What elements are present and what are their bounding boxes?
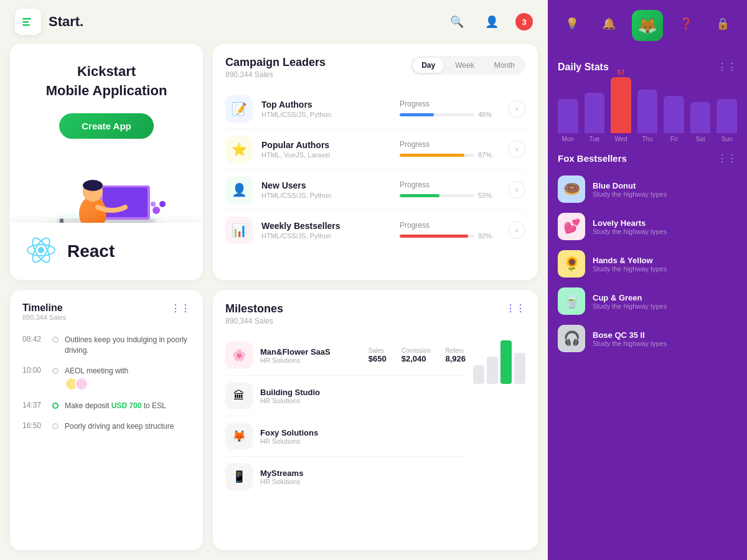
svg-rect-2 — [22, 24, 30, 26]
ms-chart-bar — [514, 353, 525, 384]
svg-point-14 — [153, 207, 160, 214]
progress-label: Progress — [400, 221, 499, 230]
daily-bar-col: Tue — [585, 93, 605, 142]
svg-point-15 — [159, 201, 166, 207]
ms-info: Man&Flower SaaS HR Solutions — [260, 347, 361, 364]
ms-info: Foxy Solutions HR Solutions — [260, 428, 466, 445]
bestseller-item: 🍵 Cup & Green Study the highway types — [558, 282, 737, 320]
bestseller-list: 🍩 Blue Donut Study the highway types 💕 L… — [558, 170, 737, 357]
daily-bar-chart: Mon Tue 57 Wed Thu Fri Sat Sun — [558, 80, 737, 142]
bar-element — [585, 93, 605, 133]
tab-day[interactable]: Day — [413, 58, 444, 73]
search-icon[interactable]: 🔍 — [446, 11, 468, 33]
daily-bar-col: Sun — [716, 99, 737, 142]
progress-label: Progress — [400, 140, 499, 149]
bs-info: Bose QC 35 II Study the highway types — [593, 330, 737, 347]
leader-chevron-button[interactable]: › — [508, 141, 525, 158]
user-icon[interactable]: 👤 — [481, 11, 503, 33]
panel-top-icons: 💡 🔔 🦊 ❓ 🔒 — [548, 0, 747, 51]
bar-element — [716, 99, 737, 133]
progress-bar — [400, 113, 434, 116]
header-left: Start. — [15, 9, 83, 35]
peak-value: 57 — [617, 68, 624, 76]
notification-badge[interactable]: 3 — [515, 13, 533, 30]
bs-name: Bose QC 35 II — [593, 330, 737, 340]
leader-chevron-button[interactable]: › — [508, 181, 525, 198]
panel-content: Daily Stats ⋮⋮ Mon Tue 57 Wed Thu Fri Sa… — [548, 51, 747, 560]
ms-stats: Sales $650 Comission $2,040 Refers 8,926 — [369, 347, 466, 363]
timeline-options-button[interactable]: ⋮⋮ — [171, 302, 190, 314]
bs-sub: Study the highway types — [593, 190, 737, 198]
timeline-list: 08:42 Outlines keep you Indulging in poo… — [22, 330, 190, 437]
tl-avatars — [65, 377, 128, 391]
leader-row: 📊 Weekly Bestsellers HTML/CSS/JS, Python… — [225, 210, 525, 250]
milestones-options-button[interactable]: ⋮⋮ — [505, 302, 525, 314]
tl-time: 10:00 — [22, 366, 46, 391]
bar-day-label: Wed — [614, 136, 627, 142]
progress-section: Progress 87% — [400, 140, 499, 159]
milestones-header: Milestones 890,344 Sales ⋮⋮ — [225, 302, 525, 325]
daily-bar-col: 57 Wed — [611, 68, 631, 142]
daily-stats-options[interactable]: ⋮⋮ — [717, 61, 737, 73]
tl-text: Make deposit USD 700 to ESL — [65, 401, 166, 411]
ms-chart-bar — [500, 340, 512, 384]
bar-day-label: Sat — [696, 136, 705, 142]
progress-bar — [400, 154, 464, 157]
milestone-row: 🌸 Man&Flower SaaS HR Solutions Sales $65… — [225, 335, 466, 376]
campaign-title-group: Campaign Leaders 890,344 Sales — [225, 56, 326, 79]
create-app-button[interactable]: Create App — [59, 113, 153, 139]
bs-sub: Study the highway types — [593, 302, 737, 310]
logo-icon — [15, 9, 41, 35]
progress-bar — [400, 235, 468, 238]
tl-time: 08:42 — [22, 335, 46, 356]
daily-bar-col: Mon — [558, 99, 578, 142]
leader-rows: 📝 Top Authors HTML/CSS/JS, Python Progre… — [225, 89, 525, 250]
ms-name: Foxy Solutions — [260, 428, 466, 437]
campaign-header: Campaign Leaders 890,344 Sales Day Week … — [225, 56, 525, 79]
bs-sub: Study the highway types — [593, 265, 737, 273]
bs-info: Blue Donut Study the highway types — [593, 181, 737, 198]
progress-percent: 46% — [478, 111, 492, 118]
panel-fox-icon[interactable]: 🦊 — [632, 10, 663, 41]
panel-notification-icon[interactable]: 🔔 — [595, 10, 622, 37]
leader-name: Weekly Bestsellers — [261, 221, 391, 231]
leader-chevron-button[interactable]: › — [508, 222, 525, 239]
tab-month[interactable]: Month — [486, 58, 524, 73]
campaign-tab-group: Day Week Month — [411, 56, 525, 75]
fox-bestsellers-options[interactable]: ⋮⋮ — [717, 152, 737, 164]
ms-name: Building Studio — [260, 388, 466, 397]
leader-row: 📝 Top Authors HTML/CSS/JS, Python Progre… — [225, 89, 525, 129]
timeline-subtitle: 890,344 Sales — [22, 314, 190, 321]
bar-day-label: Thu — [642, 136, 652, 142]
tab-week[interactable]: Week — [446, 58, 482, 73]
leader-icon: 📝 — [225, 95, 253, 123]
tl-text: AEOL meeting with — [65, 366, 128, 391]
daily-bar-col: Sat — [690, 102, 711, 142]
leader-name: Top Authors — [261, 100, 391, 110]
bs-thumbnail: 🎧 — [558, 325, 585, 352]
tl-dot — [52, 423, 59, 429]
timeline-card: Timeline 890,344 Sales ⋮⋮ 08:42 Outlines… — [10, 290, 203, 550]
panel-help-icon[interactable]: ❓ — [672, 10, 700, 37]
bs-thumbnail: 💕 — [558, 213, 585, 240]
bar-element — [558, 99, 578, 133]
progress-row: 92% — [400, 232, 499, 240]
bs-info: Lovely Hearts Study the highway types — [593, 218, 737, 235]
kickstart-title: Kickstart Mobile Application — [46, 62, 167, 101]
bar-day-label: Tue — [589, 136, 599, 142]
bestseller-item: 🍩 Blue Donut Study the highway types — [558, 170, 737, 208]
ms-sales: Sales $650 — [369, 347, 387, 363]
leader-info: Popular Authors HTML, VueJS, Laravel — [261, 140, 391, 159]
timeline-item: 14:37 Make deposit USD 700 to ESL — [22, 396, 190, 416]
progress-label: Progress — [400, 100, 499, 108]
daily-stats-title: Daily Stats — [558, 62, 609, 73]
svg-rect-1 — [22, 21, 29, 23]
tl-dot — [52, 337, 59, 343]
leader-chevron-button[interactable]: › — [508, 100, 525, 118]
progress-section: Progress 46% — [400, 100, 499, 118]
panel-lock-icon[interactable]: 🔒 — [709, 10, 736, 37]
bar-element — [664, 96, 684, 133]
panel-lightbulb-icon[interactable]: 💡 — [558, 10, 586, 37]
progress-bar-wrap — [400, 113, 474, 116]
fox-bestsellers-title: Fox Bestsellers — [558, 153, 627, 164]
